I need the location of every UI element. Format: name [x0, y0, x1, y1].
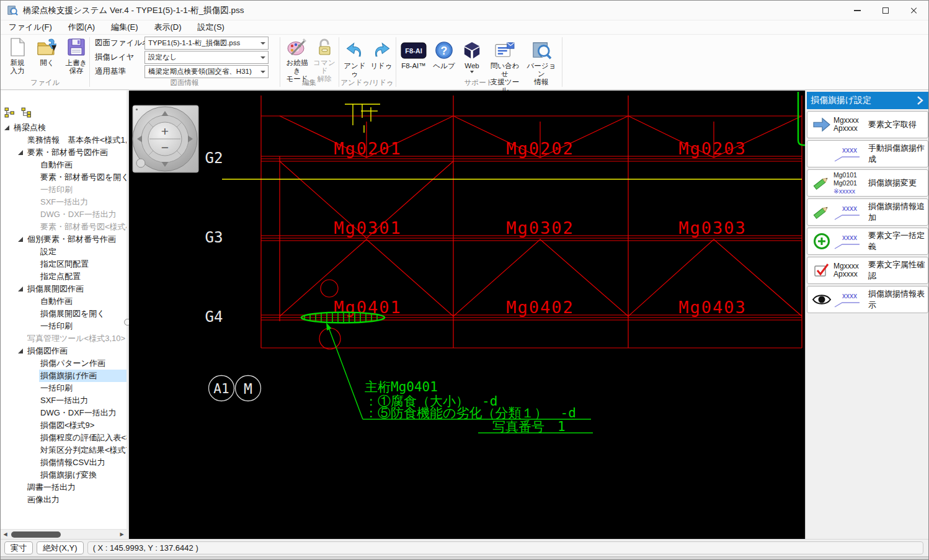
menu-file[interactable]: ファイル(F) [1, 20, 60, 35]
help-button[interactable]: ? ヘルプ [431, 40, 457, 70]
filename-value: TYPE1(5)-1-1-桁_損傷図.pss [148, 38, 240, 48]
manual-damage-flag-button[interactable]: xxxx 手動損傷旗揚作成 [807, 140, 928, 167]
damage-layer-dropdown[interactable]: 設定なし [144, 51, 269, 64]
tree-item[interactable]: 損傷図作画 [1, 345, 127, 357]
tree-item[interactable]: 橋梁点検 [1, 122, 127, 134]
menu-view[interactable]: 表示(D) [146, 20, 190, 35]
standard-dropdown[interactable]: 橋梁定期点検要領(国交省、H31) [144, 65, 269, 78]
zoom-in-button[interactable]: + [161, 124, 169, 138]
tree-expanded-icon[interactable] [18, 349, 23, 353]
change-damage-flag-button[interactable]: Mg0101 Mg0201 ※xxxxx 損傷旗揚変更 [807, 169, 928, 197]
zoom-out-button[interactable]: − [161, 140, 169, 154]
new-input-button[interactable]: 新規入力 [3, 37, 32, 75]
check-element-text-attr-button[interactable]: Mgxxxx Apxxxx 要素文字属性確認 [807, 257, 928, 284]
scrollbar-thumb[interactable] [11, 531, 61, 538]
paint-mode-button[interactable]: お絵描きモード [283, 37, 311, 83]
tree-item[interactable]: 要素・部材番号図<様式4: [1, 221, 127, 233]
tree-structure-icon-b[interactable] [21, 107, 32, 118]
get-element-text-button[interactable]: Mgxxxx Apxxxx 要素文字取得 [807, 111, 928, 138]
tree-item[interactable]: 損傷パターン作画 [1, 357, 127, 370]
tree-item[interactable]: SXF一括出力 [1, 196, 127, 208]
tree-item[interactable]: 要素・部材番号図を開く [1, 171, 127, 184]
tree-item[interactable]: 一括印刷 [1, 382, 127, 394]
panel-collapse-icon[interactable] [915, 96, 925, 105]
tree-item[interactable]: 損傷展開図を開く [1, 308, 127, 320]
f8-ai-icon: F8-AI [401, 40, 427, 61]
maximize-button[interactable] [871, 1, 900, 20]
tree-item[interactable]: 設定 [1, 246, 127, 258]
button-label: 損傷旗揚情報表示 [868, 288, 928, 311]
filename-dropdown[interactable]: TYPE1(5)-1-1-桁_損傷図.pss [144, 37, 269, 50]
menu-settings[interactable]: 設定(S) [190, 20, 233, 35]
batch-define-element-text-button[interactable]: xxxx 要素文字一括定義 [807, 228, 928, 255]
save-button[interactable]: 上書き保存 [63, 37, 90, 75]
girder-label: G3 [205, 229, 223, 246]
tree-item[interactable]: 業務情報 基本条件<様式1,2 [1, 134, 127, 146]
add-damage-flag-info-button[interactable]: xxxx 損傷旗揚情報追加 [807, 198, 928, 226]
svg-text:?: ? [441, 45, 448, 57]
scroll-left-icon[interactable]: ◀ [1, 530, 10, 540]
tree-item[interactable]: 個別要素・部材番号作画 [1, 233, 127, 246]
tree-structure-icon-a[interactable] [4, 107, 15, 118]
tree-item[interactable]: 指定区間配置 [1, 258, 127, 270]
tree-item-label: 損傷情報CSV出力 [39, 456, 127, 469]
tree-item[interactable]: 損傷旗揚げ作画 [1, 370, 127, 382]
tree-item-label: 損傷図<様式9> [39, 419, 127, 432]
tree-item[interactable]: 一括印刷 [1, 184, 127, 196]
tree-expanded-icon[interactable] [18, 237, 23, 242]
show-damage-flag-info-button[interactable]: xxxx 損傷旗揚情報表示 [807, 286, 928, 313]
tree-expanded-icon[interactable] [4, 125, 9, 130]
tree-item-label: 対策区分判定結果<様式7, [39, 444, 127, 456]
tree-item[interactable]: 指定点配置 [1, 270, 127, 283]
command-release-button[interactable]: コマンド解除 [311, 37, 338, 83]
tree-expanded-icon[interactable] [18, 287, 23, 291]
button-label: 損傷旗揚情報追加 [868, 201, 928, 223]
wheel-option-button[interactable] [136, 159, 145, 167]
drawing-canvas[interactable]: Mg0201 Mg0202 Mg0203 Mg0301 Mg0302 Mg030… [129, 91, 805, 539]
panel-title: 損傷旗揚げ設定 [811, 95, 871, 106]
actual-size-button[interactable]: 実寸 [4, 541, 33, 554]
tree-item[interactable]: 損傷情報CSV出力 [1, 456, 127, 469]
minimize-button[interactable] [843, 1, 871, 20]
tree-item[interactable]: 損傷程度の評価記入表<様 [1, 432, 127, 444]
f8-ai-button[interactable]: F8-AI F8-AI™ [398, 40, 429, 70]
group-label-file: ファイル [1, 78, 89, 87]
tree-item[interactable]: 損傷展開図作画 [1, 283, 127, 295]
pan-zoom-wheel[interactable]: + − [133, 105, 198, 172]
button-label: 要素文字属性確認 [868, 259, 928, 282]
tree-item[interactable]: 画像出力 [1, 494, 127, 506]
close-button[interactable] [900, 1, 928, 20]
absolute-xy-button[interactable]: 絶対(X,Y) [37, 541, 84, 554]
menu-edit[interactable]: 編集(E) [103, 20, 146, 35]
tree-item-label: 一括印刷 [39, 184, 127, 196]
group-label-support: サポート [396, 78, 562, 87]
web-button[interactable]: Web [459, 40, 485, 73]
open-button[interactable]: 開く [33, 37, 61, 67]
tree-item[interactable]: 一括印刷 [1, 320, 127, 332]
button-label: 要素文字取得 [868, 119, 928, 130]
tree-expanded-icon[interactable] [18, 150, 23, 155]
tree-item[interactable]: 要素・部材番号図作画 [1, 146, 127, 159]
tree-item[interactable]: 自動作画 [1, 159, 127, 171]
tree-item[interactable]: 調書一括出力 [1, 481, 127, 494]
dropdown-caret-icon [470, 71, 474, 73]
tree-item[interactable]: 損傷図<様式9> [1, 419, 127, 432]
main-area: 橋梁点検業務情報 基本条件<様式1,2要素・部材番号図作画自動作画要素・部材番号… [1, 91, 928, 539]
tree-item-label: 損傷パターン作画 [39, 357, 127, 370]
tree-item[interactable]: DWG・DXF一括出力 [1, 208, 127, 221]
scroll-right-icon[interactable]: ▶ [117, 530, 127, 540]
tree-item[interactable]: 損傷旗揚げ変換 [1, 469, 127, 481]
menu-draw[interactable]: 作図(A) [60, 20, 103, 35]
tree-item[interactable]: SXF一括出力 [1, 394, 127, 407]
undo-button[interactable]: アンドゥ [342, 40, 368, 78]
tree-item[interactable]: 対策区分判定結果<様式7, [1, 444, 127, 456]
sidebar-horizontal-scrollbar[interactable]: ◀ ▶ [1, 529, 127, 539]
tree-item[interactable]: DWG・DXF一括出力 [1, 407, 127, 419]
tree-item-label: SXF一括出力 [39, 196, 127, 208]
tree-item[interactable]: 自動作画 [1, 295, 127, 308]
tree-item[interactable]: 写真管理ツール<様式3,10> [1, 332, 127, 345]
redo-button[interactable]: リドゥ [368, 40, 394, 70]
panel-header[interactable]: 損傷旗揚げ設定 [807, 92, 928, 109]
element-label: Mg0403 [678, 298, 747, 317]
eye-icon [810, 292, 833, 307]
